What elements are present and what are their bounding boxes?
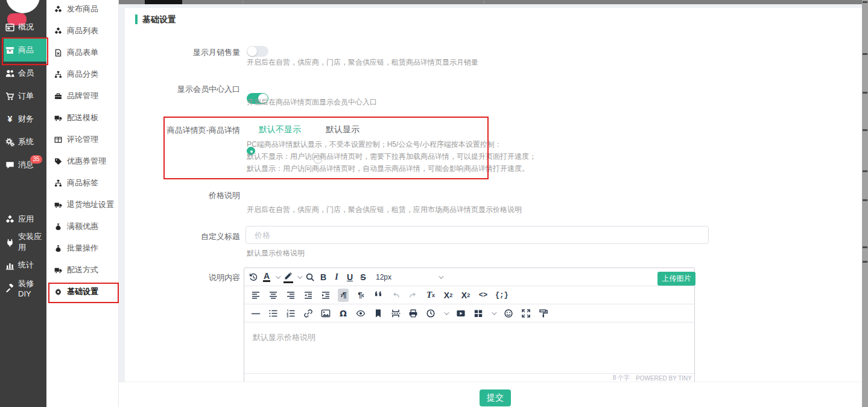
detail-display-help-2: 默认不显示：用户访问商品详情页时，需要下拉再加载商品详情，可以提升页面打开速度； (247, 152, 536, 162)
sidebar-item-label: 装修DIY (18, 278, 46, 298)
print-icon[interactable] (408, 307, 419, 320)
submenu-item-full-discount[interactable]: 满额优惠 (46, 216, 118, 237)
highlight-color-icon[interactable] (283, 271, 294, 284)
undo-icon[interactable] (390, 289, 401, 302)
submit-button[interactable]: 提交 (480, 389, 511, 406)
submenu-label: 批量操作 (67, 243, 98, 254)
numbered-list-icon[interactable] (285, 307, 296, 320)
truck-icon (54, 201, 62, 209)
submenu-item-comment-manage[interactable]: 评论管理 (46, 129, 118, 150)
preview-eye-icon[interactable] (355, 307, 366, 320)
upload-image-button[interactable]: 上传图片 (657, 272, 695, 286)
bullet-list-icon[interactable] (268, 307, 279, 320)
code-sample-icon[interactable]: {;} (495, 289, 508, 302)
align-center-icon[interactable] (268, 289, 279, 302)
custom-title-label: 自定义标题 (151, 231, 240, 242)
gears-icon (5, 138, 14, 147)
tag-icon (54, 158, 62, 165)
bold-icon[interactable]: B (318, 271, 329, 284)
dashboard-icon (5, 23, 14, 32)
sidebar-item-goods[interactable]: 商品 (4, 39, 46, 62)
submenu-label: 基础设置 (67, 286, 98, 297)
rtl-direction-icon[interactable]: ¶‹ (355, 289, 366, 302)
redo-icon[interactable] (408, 289, 419, 302)
emoticons-icon[interactable] (503, 307, 514, 320)
anchor-bookmark-icon[interactable] (373, 307, 384, 320)
insert-table-icon[interactable] (473, 307, 484, 320)
sidebar-item-decorate-diy[interactable]: 装修DIY (0, 277, 46, 300)
sidebar-item-install-apps[interactable]: 安装应用 (0, 231, 46, 254)
radio-default-hidden-label[interactable]: 默认不显示 (259, 124, 301, 135)
sidebar-item-finance[interactable]: ¥财务 (0, 107, 46, 130)
clear-formatting-icon[interactable]: Tx (425, 289, 436, 302)
avatar[interactable] (6, 0, 40, 13)
submenu-item-basic-settings[interactable]: 基础设置 (46, 281, 118, 303)
fullscreen-icon[interactable] (521, 307, 531, 320)
insert-datetime-icon[interactable] (425, 307, 436, 320)
code-icon[interactable]: <> (478, 289, 489, 302)
chat-bubble-icon (5, 161, 14, 170)
sidebar-item-label: 应用 (18, 214, 34, 225)
submenu-item-goods-category[interactable]: 商品分类 (46, 63, 118, 85)
insert-image-icon[interactable] (320, 307, 331, 320)
yen-icon: ¥ (5, 114, 14, 124)
text-color-icon[interactable]: A (261, 271, 272, 284)
restore-draft-icon[interactable] (248, 271, 259, 284)
submenu-item-goods-list[interactable]: 商品列表 (46, 20, 118, 42)
sitemap-icon (54, 71, 62, 79)
sidebar-item-label: 商品 (18, 45, 34, 56)
secondary-sidebar: 发布商品 商品列表 商品表单 商品分类 品牌管理 配送模板 评论管理 优惠券管理… (46, 0, 119, 407)
strikethrough-icon[interactable]: S (358, 271, 369, 284)
blockquote-icon[interactable] (373, 289, 384, 302)
insert-media-icon[interactable] (455, 307, 466, 320)
editor-body[interactable]: 默认显示价格说明 (244, 322, 694, 373)
sidebar-item-orders[interactable]: 订单 (0, 85, 46, 107)
cubes-icon (5, 215, 14, 224)
align-right-icon[interactable] (285, 289, 296, 302)
submenu-item-delivery-template[interactable]: 配送模板 (46, 107, 118, 129)
indent-icon[interactable] (320, 289, 331, 302)
detail-display-label: 商品详情页-商品详情 (151, 125, 240, 136)
radio-default-shown-label[interactable]: 默认显示 (326, 124, 360, 135)
sidebar-item-apps[interactable]: 应用 (0, 208, 46, 231)
format-painter-icon[interactable] (538, 307, 549, 320)
sidebar-item-label: 统计 (18, 260, 34, 271)
special-character-icon[interactable]: Ω (338, 307, 349, 320)
chevron-down-icon[interactable] (276, 274, 280, 278)
submenu-item-brand-manage[interactable]: 品牌管理 (46, 85, 118, 107)
submenu-item-goods-tags[interactable]: 商品标签 (46, 172, 118, 194)
chevron-down-icon[interactable] (297, 274, 302, 278)
scrollbar[interactable] (862, 0, 868, 407)
submenu-item-publish-goods[interactable]: 发布商品 (46, 0, 118, 20)
ltr-direction-icon[interactable]: ›¶ (338, 289, 349, 302)
sidebar-item-overview[interactable]: 概况 (0, 16, 46, 39)
outdent-icon[interactable] (303, 289, 314, 302)
custom-title-input[interactable] (246, 226, 709, 244)
editor-toolbar-row-3: — Ω (244, 304, 694, 322)
horizontal-rule-icon[interactable]: — (250, 307, 261, 320)
monthly-sales-help: 开启后在自营，供应商，门店，聚合供应链，租赁商品详情页显示月销量 (247, 57, 478, 68)
plug-icon (5, 238, 14, 247)
briefcase-icon (54, 92, 62, 100)
align-left-icon[interactable] (250, 289, 261, 302)
sidebar-item-statistics[interactable]: 统计 (0, 254, 46, 277)
submenu-item-coupon-manage[interactable]: 优惠券管理 (46, 150, 118, 172)
font-size-select[interactable]: 12px (376, 273, 443, 281)
submenu-item-delivery-method[interactable]: 配送方式 (46, 259, 118, 281)
underline-icon[interactable]: U (344, 271, 355, 284)
sidebar-item-system[interactable]: 系统 (0, 130, 46, 153)
search-replace-icon[interactable] (305, 271, 315, 284)
section-accent-bar (135, 14, 138, 24)
superscript-icon[interactable]: X2 (460, 289, 471, 302)
submenu-item-batch-operation[interactable]: 批量操作 (46, 237, 118, 259)
italic-icon[interactable]: I (331, 271, 342, 284)
subscript-icon[interactable]: X2 (443, 289, 454, 302)
sidebar-item-members[interactable]: 会员 (0, 62, 46, 85)
submenu-item-goods-form[interactable]: 商品表单 (46, 42, 118, 63)
chevron-down-icon[interactable] (444, 310, 449, 315)
link-icon[interactable] (303, 307, 314, 320)
chevron-down-icon[interactable] (492, 310, 496, 315)
monthly-sales-toggle[interactable] (247, 46, 268, 57)
submenu-item-return-address[interactable]: 退货地址设置 (46, 194, 118, 216)
page-break-icon[interactable] (390, 307, 401, 320)
